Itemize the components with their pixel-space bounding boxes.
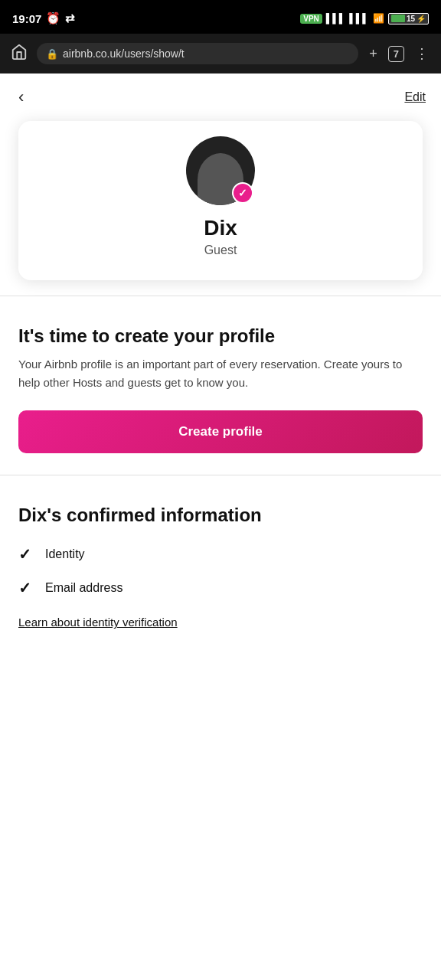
create-profile-section: It's time to create your profile Your Ai… (0, 302, 441, 469)
sim-icon: ⇄ (65, 11, 75, 25)
verified-badge: ✓ (232, 182, 253, 204)
profile-card: ✓ Dix Guest (18, 121, 423, 280)
url-bar[interactable]: 🔒 airbnb.co.uk/users/show/t (37, 43, 358, 64)
section-description: Your Airbnb profile is an important part… (18, 355, 423, 392)
status-time: 19:07 ⏰ ⇄ (12, 11, 75, 25)
back-button[interactable]: ‹ (15, 84, 27, 110)
edit-button[interactable]: Edit (404, 90, 426, 104)
url-text: airbnb.co.uk/users/show/t (63, 47, 349, 60)
section-title: It's time to create your profile (18, 324, 423, 348)
browser-home-button[interactable] (8, 41, 31, 67)
wifi-icon: 📶 (373, 13, 384, 24)
signal-icon: ▌▌▌ (326, 13, 346, 24)
alarm-icon: ⏰ (46, 11, 60, 25)
email-check-icon: ✓ (18, 579, 31, 597)
url-security-icon: 🔒 (46, 48, 58, 60)
confirmed-item-identity: ✓ Identity (18, 545, 423, 564)
verified-check-icon: ✓ (238, 187, 247, 199)
tab-count-button[interactable]: 7 (388, 46, 404, 62)
battery-text: 15 (407, 15, 415, 23)
vpn-badge: VPN (300, 14, 322, 24)
browser-bar: 🔒 airbnb.co.uk/users/show/t + 7 ⋮ (0, 34, 441, 74)
page-content: ‹ Edit ✓ Dix Guest It's time to create y… (0, 74, 441, 980)
add-tab-button[interactable]: + (364, 43, 382, 65)
time-text: 19:07 (12, 12, 41, 25)
signal-icon-2: ▌▌▌ (349, 13, 369, 24)
divider-1 (0, 296, 441, 296)
status-bar: 19:07 ⏰ ⇄ VPN ▌▌▌ ▌▌▌ 📶 15 ⚡ (0, 0, 441, 34)
create-profile-button[interactable]: Create profile (18, 410, 423, 453)
learn-verification-link[interactable]: Learn about identity verification (18, 616, 178, 629)
browser-menu-button[interactable]: ⋮ (410, 42, 433, 65)
confirmed-section: Dix's confirmed information ✓ Identity ✓… (0, 482, 441, 645)
avatar: ✓ (186, 136, 255, 205)
top-nav: ‹ Edit (0, 74, 441, 121)
identity-label: Identity (45, 547, 85, 561)
battery-indicator: 15 ⚡ (388, 13, 429, 24)
profile-role: Guest (204, 243, 237, 257)
status-right: VPN ▌▌▌ ▌▌▌ 📶 15 ⚡ (300, 13, 429, 24)
email-label: Email address (45, 581, 122, 595)
confirmed-title: Dix's confirmed information (18, 503, 423, 527)
profile-name: Dix (204, 216, 237, 240)
divider-2 (0, 475, 441, 475)
confirmed-item-email: ✓ Email address (18, 579, 423, 597)
charging-icon: ⚡ (416, 15, 426, 23)
battery-fill (391, 15, 405, 22)
identity-check-icon: ✓ (18, 545, 31, 564)
